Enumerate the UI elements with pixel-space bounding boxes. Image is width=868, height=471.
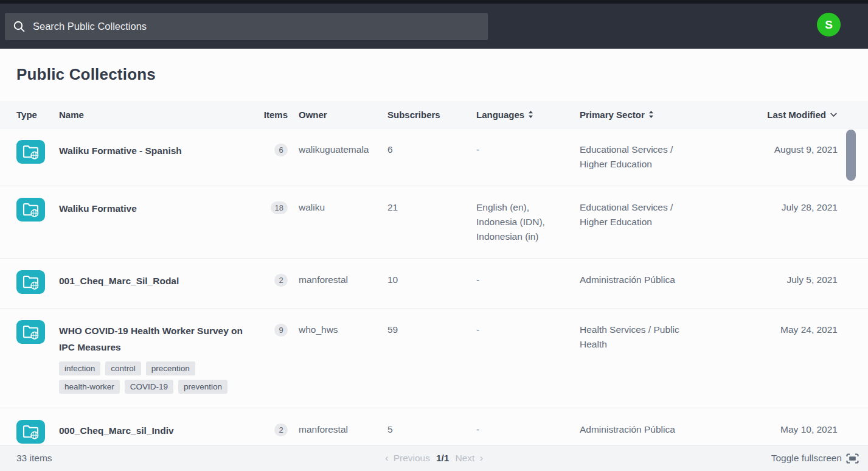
table-row[interactable]: Waliku Formative18waliku21English (en), … xyxy=(0,186,868,259)
table-header: TypeNameItemsOwnerSubscribersLanguagesPr… xyxy=(0,101,868,128)
avatar-initial: S xyxy=(825,18,833,32)
owner-cell: waliku xyxy=(291,200,380,215)
table-row[interactable]: 001_Cheq_Marc_Sil_Rodal2manforestal10-Ad… xyxy=(0,259,868,309)
last-modified-cell: August 9, 2021 xyxy=(682,142,868,157)
pagination: ‹ Previous 1/1 Next › xyxy=(385,452,483,464)
type-cell xyxy=(16,200,59,222)
scrollbar-thumb[interactable] xyxy=(846,130,856,181)
items-count: 33 items xyxy=(16,453,52,464)
folder-globe-icon xyxy=(16,270,45,294)
tag-list: infectioncontrolprecentionhealth-workerC… xyxy=(59,361,258,394)
column-header-owner: Owner xyxy=(291,110,380,120)
items-cell: 2 xyxy=(258,273,291,287)
column-header-languages[interactable]: Languages xyxy=(469,110,572,120)
name-cell: 000_Cheq_Marc_sil_Indiv xyxy=(59,422,258,439)
toggle-fullscreen-label: Toggle fullscreen xyxy=(771,453,842,464)
items-cell: 9 xyxy=(258,323,291,337)
type-cell xyxy=(16,142,59,164)
footer: 33 items ‹ Previous 1/1 Next › Toggle fu… xyxy=(0,445,868,471)
languages-cell: - xyxy=(469,422,572,437)
items-count-badge: 18 xyxy=(271,201,288,214)
collection-name[interactable]: Waliku Formative - Spanish xyxy=(59,142,258,159)
tag: prevention xyxy=(178,380,227,394)
languages-cell: - xyxy=(469,273,572,287)
primary-sector-cell: Educational Services / Higher Education xyxy=(572,142,682,172)
collection-name[interactable]: 000_Cheq_Marc_sil_Indiv xyxy=(59,422,258,439)
column-header-modified[interactable]: Last Modified xyxy=(682,110,868,120)
chevron-down-icon xyxy=(830,112,838,117)
type-cell xyxy=(16,273,59,294)
name-cell: Waliku Formative xyxy=(59,200,258,217)
chevron-right-icon: › xyxy=(479,452,483,464)
collection-name[interactable]: 001_Cheq_Marc_Sil_Rodal xyxy=(59,273,258,289)
folder-globe-icon xyxy=(16,198,45,222)
items-cell: 18 xyxy=(258,200,291,215)
toggle-fullscreen-button[interactable]: Toggle fullscreen xyxy=(771,453,859,464)
table-row[interactable]: Waliku Formative - Spanish6walikuguatema… xyxy=(0,128,868,186)
languages-cell: English (en), Indonesia (IDN), Indonesia… xyxy=(469,200,572,244)
folder-globe-icon xyxy=(16,420,45,444)
avatar[interactable]: S xyxy=(817,13,841,37)
items-count-badge: 9 xyxy=(274,324,288,337)
column-header-subscribers: Subscribers xyxy=(380,110,469,120)
column-header-type: Type xyxy=(16,110,59,120)
type-cell xyxy=(16,323,59,344)
page-indicator: 1/1 xyxy=(436,453,450,464)
subscribers-cell: 5 xyxy=(380,422,469,437)
primary-sector-cell: Educational Services / Higher Education xyxy=(572,200,682,229)
tag: control xyxy=(105,361,141,375)
search-input[interactable] xyxy=(33,21,479,32)
table-row[interactable]: 000_Cheq_Marc_sil_Indiv2manforestal5-Adm… xyxy=(0,408,868,445)
search-icon xyxy=(13,21,25,32)
collection-name[interactable]: Waliku Formative xyxy=(59,200,258,217)
items-cell: 2 xyxy=(258,422,291,437)
table-row[interactable]: WHO COVID-19 Health Worker Survey on IPC… xyxy=(0,309,868,408)
subscribers-cell: 10 xyxy=(380,273,469,287)
vertical-scrollbar[interactable] xyxy=(846,128,856,445)
subscribers-cell: 21 xyxy=(380,200,469,215)
folder-globe-icon xyxy=(16,320,45,344)
tag: COVID-19 xyxy=(125,380,173,394)
column-label: Type xyxy=(16,110,37,120)
languages-cell: - xyxy=(469,142,572,157)
primary-sector-cell: Health Services / Public Health xyxy=(572,323,682,352)
owner-cell: manforestal xyxy=(291,422,380,437)
column-label: Languages xyxy=(476,110,524,120)
column-label: Primary Sector xyxy=(580,110,645,120)
last-modified-cell: May 24, 2021 xyxy=(682,323,868,337)
type-cell xyxy=(16,422,59,444)
name-cell: WHO COVID-19 Health Worker Survey on IPC… xyxy=(59,323,258,394)
primary-sector-cell: Administración Pública xyxy=(572,422,682,437)
owner-cell: who_hws xyxy=(291,323,380,337)
column-header-items: Items xyxy=(258,110,291,120)
table-body: Waliku Formative - Spanish6walikuguatema… xyxy=(0,128,868,445)
column-header-sector[interactable]: Primary Sector xyxy=(572,110,682,120)
name-cell: 001_Cheq_Marc_Sil_Rodal xyxy=(59,273,258,289)
tag: infection xyxy=(59,361,100,375)
folder-globe-icon xyxy=(16,140,45,164)
collection-name[interactable]: WHO COVID-19 Health Worker Survey on IPC… xyxy=(59,323,258,355)
tag: health-worker xyxy=(59,380,120,394)
sort-arrows-icon xyxy=(528,110,533,119)
column-label: Last Modified xyxy=(767,110,826,120)
items-count-badge: 6 xyxy=(274,144,288,156)
items-cell: 6 xyxy=(258,142,291,157)
items-count-badge: 2 xyxy=(274,274,288,287)
owner-cell: walikuguatemala xyxy=(291,142,380,157)
previous-page-button[interactable]: ‹ Previous xyxy=(385,452,430,464)
toggle-fullscreen-icon xyxy=(846,453,859,464)
page-title: Public Collections xyxy=(16,65,852,84)
chevron-left-icon: ‹ xyxy=(385,452,389,464)
search-box[interactable] xyxy=(5,13,488,40)
owner-cell: manforestal xyxy=(291,273,380,287)
primary-sector-cell: Administración Pública xyxy=(572,273,682,287)
last-modified-cell: May 10, 2021 xyxy=(682,422,868,437)
items-count-badge: 2 xyxy=(274,424,288,436)
tag: precention xyxy=(146,361,195,375)
subscribers-cell: 6 xyxy=(380,142,469,157)
last-modified-cell: July 28, 2021 xyxy=(682,200,868,215)
column-label: Name xyxy=(59,110,84,120)
languages-cell: - xyxy=(469,323,572,337)
column-label: Subscribers xyxy=(387,110,440,120)
next-page-button[interactable]: Next › xyxy=(456,452,484,464)
